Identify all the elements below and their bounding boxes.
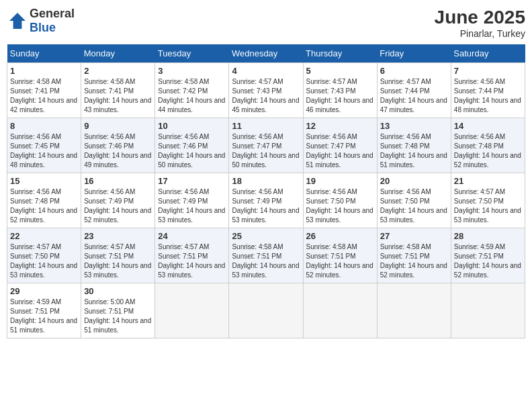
calendar-cell — [377, 283, 451, 338]
calendar-cell: 3Sunrise: 4:58 AMSunset: 7:42 PMDaylight… — [155, 63, 229, 118]
day-info: Sunrise: 4:59 AMSunset: 7:51 PMDaylight:… — [454, 242, 522, 280]
calendar-cell: 7Sunrise: 4:56 AMSunset: 7:44 PMDaylight… — [451, 63, 525, 118]
calendar-cell: 24Sunrise: 4:57 AMSunset: 7:51 PMDayligh… — [155, 228, 229, 283]
day-number: 22 — [10, 231, 78, 241]
day-info: Sunrise: 4:59 AMSunset: 7:51 PMDaylight:… — [10, 298, 78, 335]
logo-blue-text: Blue — [30, 21, 56, 34]
location-title: Pinarlar, Turkey — [435, 28, 525, 39]
day-info: Sunrise: 4:56 AMSunset: 7:46 PMDaylight:… — [158, 132, 226, 170]
day-number: 21 — [454, 176, 522, 186]
calendar-cell — [303, 283, 377, 338]
day-number: 19 — [306, 176, 374, 186]
calendar-cell — [451, 283, 525, 338]
day-info: Sunrise: 4:58 AMSunset: 7:51 PMDaylight:… — [306, 242, 374, 280]
calendar-week-row: 1Sunrise: 4:58 AMSunset: 7:41 PMDaylight… — [7, 63, 525, 118]
day-number: 11 — [232, 121, 300, 131]
day-info: Sunrise: 4:56 AMSunset: 7:48 PMDaylight:… — [454, 132, 522, 170]
day-number: 27 — [380, 231, 448, 241]
day-number: 9 — [84, 121, 152, 131]
day-number: 8 — [10, 121, 78, 131]
day-info: Sunrise: 4:56 AMSunset: 7:49 PMDaylight:… — [158, 187, 226, 225]
day-info: Sunrise: 4:56 AMSunset: 7:47 PMDaylight:… — [306, 132, 374, 170]
calendar-cell: 14Sunrise: 4:56 AMSunset: 7:48 PMDayligh… — [451, 118, 525, 173]
day-number: 7 — [454, 66, 522, 76]
day-info: Sunrise: 4:56 AMSunset: 7:47 PMDaylight:… — [232, 132, 300, 170]
calendar-week-row: 22Sunrise: 4:57 AMSunset: 7:50 PMDayligh… — [7, 228, 525, 283]
svg-marker-0 — [9, 13, 26, 29]
calendar-week-row: 8Sunrise: 4:56 AMSunset: 7:45 PMDaylight… — [7, 118, 525, 173]
calendar-cell: 11Sunrise: 4:56 AMSunset: 7:47 PMDayligh… — [229, 118, 303, 173]
day-number: 14 — [454, 121, 522, 131]
day-info: Sunrise: 4:56 AMSunset: 7:49 PMDaylight:… — [232, 187, 300, 225]
calendar-cell: 25Sunrise: 4:58 AMSunset: 7:51 PMDayligh… — [229, 228, 303, 283]
calendar-cell: 13Sunrise: 4:56 AMSunset: 7:48 PMDayligh… — [377, 118, 451, 173]
day-number: 29 — [10, 286, 78, 296]
day-number: 25 — [232, 231, 300, 241]
calendar-cell: 15Sunrise: 4:56 AMSunset: 7:48 PMDayligh… — [7, 173, 81, 228]
calendar-cell — [155, 283, 229, 338]
calendar-cell: 1Sunrise: 4:58 AMSunset: 7:41 PMDaylight… — [7, 63, 81, 118]
calendar-cell: 22Sunrise: 4:57 AMSunset: 7:50 PMDayligh… — [7, 228, 81, 283]
calendar-week-row: 15Sunrise: 4:56 AMSunset: 7:48 PMDayligh… — [7, 173, 525, 228]
day-info: Sunrise: 4:56 AMSunset: 7:44 PMDaylight:… — [454, 77, 522, 115]
day-number: 18 — [232, 176, 300, 186]
logo-general-text: General — [30, 7, 75, 20]
day-info: Sunrise: 4:57 AMSunset: 7:50 PMDaylight:… — [454, 187, 522, 225]
logo: General Blue — [7, 7, 75, 35]
calendar-cell: 21Sunrise: 4:57 AMSunset: 7:50 PMDayligh… — [451, 173, 525, 228]
calendar-cell: 18Sunrise: 4:56 AMSunset: 7:49 PMDayligh… — [229, 173, 303, 228]
calendar-cell: 23Sunrise: 4:57 AMSunset: 7:51 PMDayligh… — [81, 228, 155, 283]
day-info: Sunrise: 4:56 AMSunset: 7:48 PMDaylight:… — [380, 132, 448, 170]
day-number: 20 — [380, 176, 448, 186]
day-number: 12 — [306, 121, 374, 131]
day-number: 26 — [306, 231, 374, 241]
calendar-cell: 29Sunrise: 4:59 AMSunset: 7:51 PMDayligh… — [7, 283, 81, 338]
calendar-cell: 12Sunrise: 4:56 AMSunset: 7:47 PMDayligh… — [303, 118, 377, 173]
day-info: Sunrise: 4:56 AMSunset: 7:48 PMDaylight:… — [10, 187, 78, 225]
day-info: Sunrise: 4:57 AMSunset: 7:50 PMDaylight:… — [10, 242, 78, 280]
weekday-header-row: SundayMondayTuesdayWednesdayThursdayFrid… — [7, 44, 525, 63]
calendar-cell: 28Sunrise: 4:59 AMSunset: 7:51 PMDayligh… — [451, 228, 525, 283]
day-number: 16 — [84, 176, 152, 186]
weekday-header-thursday: Thursday — [303, 44, 377, 63]
day-info: Sunrise: 4:56 AMSunset: 7:50 PMDaylight:… — [306, 187, 374, 225]
title-section: June 2025 Pinarlar, Turkey — [435, 7, 525, 39]
day-info: Sunrise: 4:58 AMSunset: 7:51 PMDaylight:… — [380, 242, 448, 280]
calendar-cell: 9Sunrise: 4:56 AMSunset: 7:46 PMDaylight… — [81, 118, 155, 173]
calendar-cell: 4Sunrise: 4:57 AMSunset: 7:43 PMDaylight… — [229, 63, 303, 118]
day-number: 2 — [84, 66, 152, 76]
calendar-cell: 2Sunrise: 4:58 AMSunset: 7:41 PMDaylight… — [81, 63, 155, 118]
calendar-cell: 27Sunrise: 4:58 AMSunset: 7:51 PMDayligh… — [377, 228, 451, 283]
day-info: Sunrise: 4:57 AMSunset: 7:43 PMDaylight:… — [232, 77, 300, 115]
day-number: 10 — [158, 121, 226, 131]
weekday-header-wednesday: Wednesday — [229, 44, 303, 63]
day-number: 28 — [454, 231, 522, 241]
day-info: Sunrise: 4:58 AMSunset: 7:42 PMDaylight:… — [158, 77, 226, 115]
weekday-header-sunday: Sunday — [7, 44, 81, 63]
day-info: Sunrise: 4:57 AMSunset: 7:43 PMDaylight:… — [306, 77, 374, 115]
day-info: Sunrise: 4:57 AMSunset: 7:51 PMDaylight:… — [84, 242, 152, 280]
calendar-cell: 5Sunrise: 4:57 AMSunset: 7:43 PMDaylight… — [303, 63, 377, 118]
calendar-cell — [229, 283, 303, 338]
day-info: Sunrise: 4:58 AMSunset: 7:41 PMDaylight:… — [10, 77, 78, 115]
day-info: Sunrise: 4:58 AMSunset: 7:51 PMDaylight:… — [232, 242, 300, 280]
day-info: Sunrise: 4:58 AMSunset: 7:41 PMDaylight:… — [84, 77, 152, 115]
day-number: 30 — [84, 286, 152, 296]
day-number: 17 — [158, 176, 226, 186]
weekday-header-tuesday: Tuesday — [155, 44, 229, 63]
day-info: Sunrise: 4:56 AMSunset: 7:45 PMDaylight:… — [10, 132, 78, 170]
day-info: Sunrise: 4:56 AMSunset: 7:49 PMDaylight:… — [84, 187, 152, 225]
month-title: June 2025 — [435, 7, 525, 28]
day-info: Sunrise: 5:00 AMSunset: 7:51 PMDaylight:… — [84, 298, 152, 335]
calendar-cell: 16Sunrise: 4:56 AMSunset: 7:49 PMDayligh… — [81, 173, 155, 228]
day-number: 3 — [158, 66, 226, 76]
calendar-cell: 17Sunrise: 4:56 AMSunset: 7:49 PMDayligh… — [155, 173, 229, 228]
day-info: Sunrise: 4:57 AMSunset: 7:51 PMDaylight:… — [158, 242, 226, 280]
calendar-cell: 26Sunrise: 4:58 AMSunset: 7:51 PMDayligh… — [303, 228, 377, 283]
day-number: 4 — [232, 66, 300, 76]
day-number: 6 — [380, 66, 448, 76]
day-info: Sunrise: 4:56 AMSunset: 7:50 PMDaylight:… — [380, 187, 448, 225]
day-number: 15 — [10, 176, 78, 186]
day-number: 23 — [84, 231, 152, 241]
weekday-header-monday: Monday — [81, 44, 155, 63]
